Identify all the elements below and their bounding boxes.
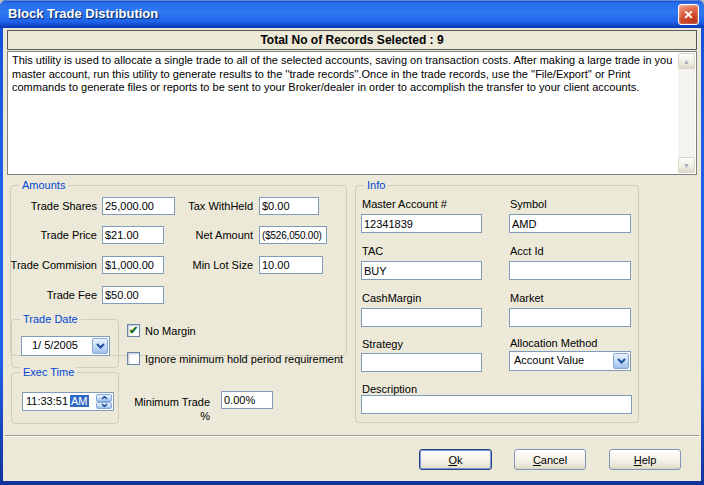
close-icon: ✕ — [683, 8, 693, 22]
scroll-down-icon: ▼ — [683, 162, 690, 169]
allocation-method-label: Allocation Method — [510, 336, 597, 350]
utility-description-panel: This utility is used to allocate a singl… — [7, 51, 697, 175]
trade-date-group: Trade Date 1/ 5/2005 — [11, 319, 119, 368]
cancel-button[interactable]: Cancel — [514, 449, 586, 470]
chevron-up-icon — [101, 396, 108, 400]
scrollbar-up-button[interactable]: ▲ — [678, 53, 695, 69]
allocation-method-select[interactable]: Account Value — [509, 351, 631, 371]
trade-commision-label: Trade Commision — [5, 258, 97, 272]
trade-date-picker[interactable]: 1/ 5/2005 — [21, 336, 110, 356]
info-group: Info Master Account # Symbol TAC Acct Id… — [355, 185, 639, 423]
trade-date-value: 1/ 5/2005 — [32, 337, 78, 354]
strategy-label: Strategy — [362, 337, 403, 351]
master-account-input[interactable] — [361, 214, 482, 233]
help-button[interactable]: Help — [609, 449, 681, 470]
exec-time-spinner — [96, 394, 112, 409]
tax-withheld-label: Tax WithHeld — [161, 199, 253, 213]
allocation-method-value: Account Value — [514, 352, 584, 369]
trade-date-group-label: Trade Date — [20, 312, 81, 326]
exec-time-meridiem: AM — [70, 395, 89, 407]
chevron-down-icon — [617, 358, 626, 364]
ok-button[interactable]: Ok — [419, 449, 492, 470]
cash-margin-label: CashMargin — [362, 291, 421, 305]
min-lot-size-label: Min Lot Size — [161, 258, 253, 272]
utility-description-text: This utility is used to allocate a singl… — [12, 54, 674, 95]
trade-fee-input[interactable] — [102, 286, 164, 304]
market-label: Market — [510, 291, 544, 305]
amounts-group-label: Amounts — [19, 178, 68, 192]
exec-time-group-label: Exec Time — [20, 365, 77, 379]
info-group-label: Info — [364, 178, 388, 192]
description-label: Description — [362, 382, 417, 396]
exec-time-picker[interactable]: 11:33:51AM — [22, 392, 114, 411]
records-selected-header: Total No of Records Selected : 9 — [7, 30, 697, 50]
allocation-method-dropdown-button[interactable] — [613, 353, 629, 369]
net-amount-input[interactable] — [259, 226, 327, 244]
checkmark-icon: ✔ — [129, 325, 138, 336]
spinner-up-button[interactable] — [96, 394, 112, 402]
acct-id-input[interactable] — [509, 261, 631, 280]
cash-margin-input[interactable] — [361, 308, 482, 327]
tac-label: TAC — [362, 244, 383, 258]
no-margin-label[interactable]: No Margin — [145, 324, 196, 338]
min-lot-size-input[interactable] — [259, 256, 323, 274]
trade-commision-input[interactable] — [102, 256, 164, 274]
master-account-label: Master Account # — [362, 197, 447, 211]
ignore-min-hold-checkbox[interactable] — [127, 352, 140, 365]
titlebar: Block Trade Distribution ✕ — [0, 0, 704, 28]
tax-withheld-input[interactable] — [259, 197, 319, 215]
minimum-trade-input[interactable] — [221, 391, 273, 409]
dialog-body: Total No of Records Selected : 9 This ut… — [3, 28, 701, 481]
description-input[interactable] — [361, 395, 632, 414]
symbol-input[interactable] — [509, 214, 631, 233]
net-amount-label: Net Amount — [161, 228, 253, 242]
exec-time-value: 11:33:51AM — [26, 393, 89, 410]
exec-time-group: Exec Time 11:33:51AM — [11, 372, 119, 424]
no-margin-checkbox[interactable]: ✔ — [127, 324, 140, 337]
trade-price-input[interactable] — [102, 226, 164, 244]
scroll-up-icon: ▲ — [683, 58, 690, 65]
tac-input[interactable] — [361, 261, 482, 280]
minimum-trade-label: Minimum Trade % — [122, 395, 210, 423]
trade-shares-label: Trade Shares — [5, 199, 97, 213]
close-button[interactable]: ✕ — [678, 4, 699, 25]
symbol-label: Symbol — [510, 197, 547, 211]
trade-date-dropdown-button[interactable] — [92, 338, 108, 354]
chevron-down-icon — [96, 343, 105, 349]
scrollbar-down-button[interactable]: ▼ — [678, 157, 695, 173]
market-input[interactable] — [509, 308, 631, 327]
trade-price-label: Trade Price — [5, 228, 97, 242]
description-scrollbar[interactable]: ▲ ▼ — [678, 53, 695, 173]
ignore-min-hold-label[interactable]: Ignore minimum hold period requirement — [145, 352, 343, 366]
block-trade-dialog: Block Trade Distribution ✕ Total No of R… — [0, 0, 704, 485]
button-separator — [5, 435, 699, 437]
spinner-down-button[interactable] — [96, 402, 112, 410]
strategy-input[interactable] — [361, 353, 482, 372]
window-title: Block Trade Distribution — [8, 0, 158, 28]
records-selected-text: Total No of Records Selected : 9 — [260, 33, 443, 47]
chevron-down-icon — [101, 403, 108, 407]
trade-fee-label: Trade Fee — [5, 288, 97, 302]
acct-id-label: Acct Id — [510, 244, 544, 258]
